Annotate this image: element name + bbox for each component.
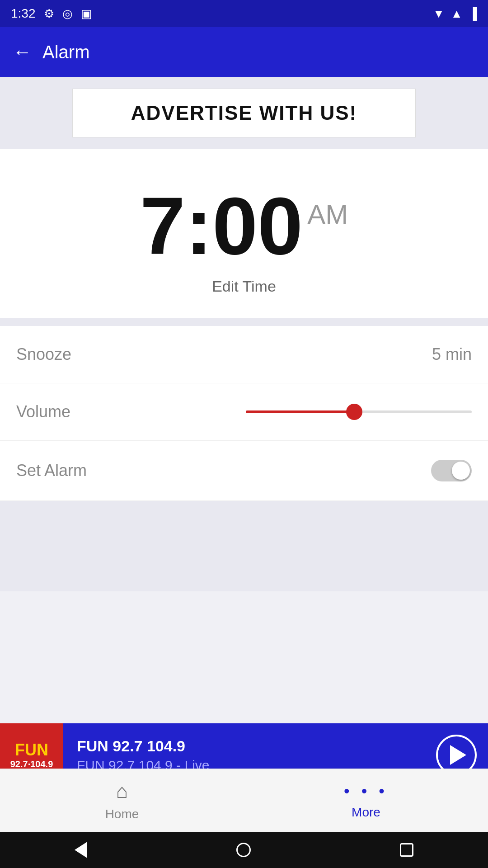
clock-hours: 7: [140, 185, 185, 267]
page-title: Alarm: [42, 42, 89, 62]
home-icon: ⌂: [116, 780, 128, 802]
clock-section: 7 : 00 AM Edit Time: [0, 149, 488, 318]
player-title: FUN 92.7 104.9: [77, 737, 411, 755]
more-label: More: [352, 805, 380, 820]
snooze-row[interactable]: Snooze 5 min: [0, 326, 488, 383]
app-bar: ← Alarm: [0, 27, 488, 77]
target-icon: ◎: [62, 7, 73, 21]
section-divider: [0, 318, 488, 326]
nav-home[interactable]: ⌂ Home: [0, 780, 244, 821]
ad-container: ADVERTISE WITH US!: [0, 77, 488, 149]
fun-logo: FUN 92.7·104.9: [10, 741, 53, 769]
fun-logo-text: FUN 92.7·104.9: [10, 741, 53, 769]
slider-thumb[interactable]: [346, 404, 362, 420]
more-dots-icon: • • •: [344, 782, 388, 801]
set-alarm-label: Set Alarm: [16, 461, 87, 480]
wifi-icon: ▼: [433, 7, 445, 21]
fun-logo-top: FUN: [10, 741, 53, 759]
toggle-thumb: [452, 462, 470, 480]
edit-time-button[interactable]: Edit Time: [212, 278, 276, 295]
fun-logo-bottom: 92.7·104.9: [10, 759, 53, 769]
clock-minutes: 00: [212, 185, 303, 267]
play-triangle-icon: [450, 745, 466, 765]
set-alarm-toggle[interactable]: [431, 460, 472, 481]
status-right: ▼ ▲ ▐: [433, 7, 477, 21]
nav-more[interactable]: • • • More: [244, 782, 488, 820]
gray-spacer: [0, 501, 488, 591]
bottom-nav: ⌂ Home • • • More: [0, 769, 488, 832]
clock-ampm: AM: [307, 199, 348, 230]
settings-section: Snooze 5 min Volume Set Alarm: [0, 326, 488, 501]
battery-icon: ▐: [469, 7, 477, 21]
back-android-icon[interactable]: [75, 842, 87, 858]
snooze-label: Snooze: [16, 345, 71, 364]
signal-icon: ▲: [451, 7, 463, 21]
status-bar: 1:32 ⚙ ◎ ▣ ▼ ▲ ▐: [0, 0, 488, 27]
status-time: 1:32: [11, 6, 36, 21]
home-label: Home: [105, 807, 139, 821]
home-android-icon[interactable]: [236, 843, 251, 857]
android-nav-bar: [0, 832, 488, 868]
snooze-value: 5 min: [432, 345, 472, 364]
settings-icon: ⚙: [44, 7, 54, 21]
recents-android-icon[interactable]: [400, 843, 413, 857]
sd-card-icon: ▣: [81, 7, 92, 21]
set-alarm-row: Set Alarm: [0, 441, 488, 501]
slider-track-fill: [246, 410, 354, 413]
clock-separator: :: [185, 185, 212, 267]
clock-time: 7 : 00 AM: [140, 185, 348, 267]
volume-row: Volume: [0, 383, 488, 441]
status-left: 1:32 ⚙ ◎ ▣: [11, 6, 92, 21]
ad-text: ADVERTISE WITH US!: [131, 102, 357, 124]
volume-slider[interactable]: [246, 407, 472, 416]
volume-label: Volume: [16, 402, 70, 421]
ad-banner[interactable]: ADVERTISE WITH US!: [72, 89, 416, 137]
back-button[interactable]: ←: [13, 41, 32, 63]
